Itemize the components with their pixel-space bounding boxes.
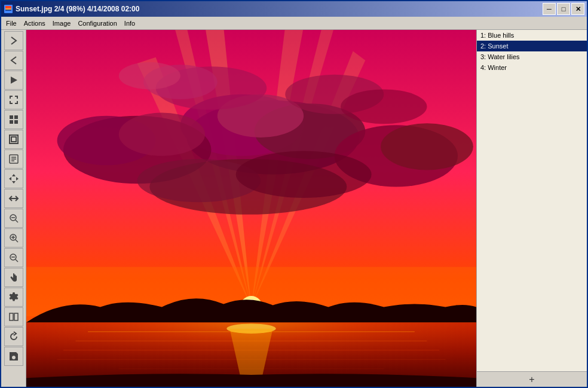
main-content: 1: Blue hills 2: Sunset 3: Water lilies …	[1, 30, 587, 387]
menubar: File Actions Image Configuration Info	[1, 17, 587, 30]
panel-footer: +	[477, 371, 587, 387]
next-button[interactable]	[4, 31, 23, 50]
save-button[interactable]	[4, 347, 23, 366]
restore-button[interactable]: □	[557, 3, 570, 15]
add-file-button[interactable]: +	[529, 375, 534, 384]
fullscreen-button[interactable]	[4, 90, 23, 109]
svg-rect-3	[5, 10, 11, 11]
file-item-3[interactable]: 3: Water lilies	[477, 51, 587, 62]
svg-rect-5	[10, 115, 13, 119]
svg-marker-18	[16, 177, 19, 181]
zoom-out-button[interactable]	[4, 248, 23, 267]
svg-point-53	[341, 89, 427, 124]
svg-rect-6	[14, 115, 18, 119]
svg-point-48	[381, 123, 473, 170]
rotate-button[interactable]	[4, 327, 23, 346]
svg-marker-17	[9, 177, 11, 181]
menu-file[interactable]: File	[2, 19, 20, 28]
hand-button[interactable]	[4, 268, 23, 287]
svg-marker-4	[11, 77, 17, 84]
pan-button[interactable]	[4, 189, 23, 208]
image-viewer	[26, 30, 476, 387]
window-icon	[4, 4, 13, 14]
window-title: Sunset.jpg 2/4 (98%) 4/14/2008 02:00	[16, 5, 543, 13]
file-panel: 1: Blue hills 2: Sunset 3: Water lilies …	[476, 30, 587, 387]
menu-actions[interactable]: Actions	[20, 19, 49, 28]
svg-line-28	[16, 259, 18, 262]
svg-rect-8	[14, 120, 18, 124]
settings-button[interactable]	[4, 288, 23, 307]
main-window: Sunset.jpg 2/4 (98%) 4/14/2008 02:00 ─ □…	[0, 0, 588, 388]
file-item-4[interactable]: 4: Winter	[477, 62, 587, 73]
frame-button[interactable]	[4, 130, 23, 149]
window-controls: ─ □ ✕	[543, 3, 584, 15]
thumbnail-button[interactable]	[4, 110, 23, 129]
svg-rect-2	[5, 6, 11, 8]
zoom-in-button[interactable]	[4, 228, 23, 248]
sunset-image	[26, 30, 476, 387]
svg-rect-30	[10, 313, 13, 320]
svg-marker-15	[12, 174, 16, 176]
svg-point-46	[119, 113, 205, 156]
menu-image[interactable]: Image	[49, 19, 75, 28]
svg-line-24	[16, 240, 18, 242]
menu-info[interactable]: Info	[121, 19, 139, 28]
toolbar	[1, 30, 26, 387]
properties-button[interactable]	[4, 149, 23, 169]
titlebar: Sunset.jpg 2/4 (98%) 4/14/2008 02:00 ─ □…	[1, 1, 587, 17]
close-button[interactable]: ✕	[571, 3, 584, 15]
svg-point-56	[236, 151, 372, 198]
move-button[interactable]	[4, 169, 23, 188]
zoom-fit-button[interactable]	[4, 209, 23, 228]
file-list: 1: Blue hills 2: Sunset 3: Water lilies …	[477, 30, 587, 371]
svg-rect-31	[14, 313, 18, 320]
file-item-2[interactable]: 2: Sunset	[477, 41, 587, 51]
svg-rect-7	[10, 120, 13, 124]
svg-marker-16	[12, 181, 16, 184]
play-button[interactable]	[4, 71, 23, 90]
menu-configuration[interactable]: Configuration	[74, 19, 120, 28]
file-item-1[interactable]: 1: Blue hills	[477, 30, 587, 41]
svg-line-21	[16, 220, 18, 222]
prev-button[interactable]	[4, 51, 23, 70]
minimize-button[interactable]: ─	[543, 3, 556, 15]
svg-point-51	[119, 62, 180, 89]
svg-rect-10	[11, 137, 16, 142]
compare-button[interactable]	[4, 307, 23, 326]
